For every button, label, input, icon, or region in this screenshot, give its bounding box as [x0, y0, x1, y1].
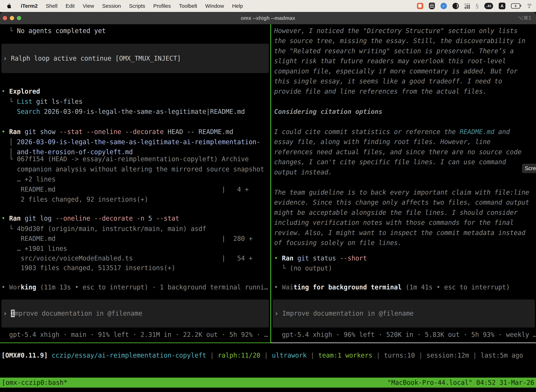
terminal-line: However, I noticed the "Directory Struct…: [274, 26, 517, 36]
ralph-loop-line: › Ralph loop active continue [OMX_TMUX_I…: [3, 54, 181, 63]
terminal-line: • Working (11m 13s • esc to interrupt) ·…: [1, 283, 268, 292]
terminal-line: output instead.: [274, 168, 332, 177]
terminal-line: of focusing solely on file lines.: [274, 238, 402, 247]
terminal-line: 2 files changed, 92 insertions(+): [1, 195, 148, 204]
tmux-host-clock: "MacBook-Pro-44.local" 04:52 31-Mar-26: [388, 379, 534, 386]
terminal-line: README.md | 4 +: [1, 185, 249, 194]
right-model-status: gpt-5.4 xhigh · 96% left · 520K in · 5.8…: [274, 330, 536, 339]
terminal-line: └ No agents completed yet: [1, 26, 106, 36]
left-model-status: gpt-5.4 xhigh · main · 91% left · 2.31M …: [1, 330, 268, 339]
terminal-line: │ 2026-03-09-is-legal-the-same-as-legiti…: [1, 138, 260, 147]
left-prompt-text: › Improve documentation in @filename: [3, 309, 142, 318]
terminal-line: … +1901 lines: [1, 244, 67, 253]
terminal-line: evidence. Since this change only affects…: [274, 198, 529, 207]
terminal-line: this single essay, it seems like a good …: [274, 77, 502, 86]
terminal-line: the "Related research writing" section i…: [274, 47, 514, 56]
ralph-loop-box: › Ralph loop active continue [OMX_TMUX_I…: [1, 44, 269, 73]
terminal-line: • Ran git log --oneline --decorate -n 5 …: [1, 214, 179, 223]
terminal-line: … +2 lines: [1, 175, 56, 184]
terminal-line: essay file, along with finding root file…: [274, 137, 491, 146]
terminal-line: companion file, especially if more comme…: [274, 67, 517, 76]
terminal-line: Considering citation options: [274, 107, 382, 116]
terminal-line: src/voice/voiceModeEnabled.ts | 54 +: [1, 254, 253, 263]
terminal-content: └ No agents completed yet• Explored └ Li…: [0, 0, 536, 392]
terminal-line: 1903 files changed, 513517 insertions(+): [1, 263, 175, 273]
right-prompt-text: › Improve documentation in @filename: [274, 309, 414, 318]
terminal-line: • Ran git show --stat --oneline --decora…: [1, 127, 233, 136]
terminal-line: The team guideline is to back every impo…: [274, 188, 529, 197]
terminal-line: changes, I can't cite specific file line…: [274, 158, 506, 167]
terminal-line: the source tree, missing the essay. Stil…: [274, 36, 525, 46]
active-pane-border: [0, 342, 271, 343]
left-prompt-input[interactable]: › Improve documentation in @filename: [1, 299, 269, 327]
terminal-line: references need actual files, and since …: [274, 148, 522, 157]
right-prompt-input[interactable]: › Improve documentation in @filename: [273, 299, 535, 327]
terminal-line: provide file and line references from th…: [274, 87, 487, 96]
screen-share-overlay[interactable]: Scre: [522, 164, 536, 173]
terminal-line: review. Also, I might want to inspect th…: [274, 228, 525, 238]
terminal-line: might be acceptable alongside the file l…: [274, 208, 517, 217]
terminal-line: README.md | 280 +: [1, 234, 253, 243]
terminal-line: └ List git ls-files: [1, 97, 83, 106]
screen: iTerm2ShellEditViewSessionScriptsProfile…: [0, 0, 536, 392]
terminal-line: companion analysis without altering the …: [1, 165, 264, 174]
terminal-line: • Ran git status --short: [274, 254, 367, 263]
terminal-line: • Waiting for background terminal (1m 41…: [274, 283, 510, 292]
tmux-status-bar: [omx-cczip0:bash* "MacBook-Pro-44.local"…: [0, 378, 536, 387]
screen-share-label: Scre: [525, 165, 536, 172]
inactive-pane-border: [271, 342, 536, 343]
omx-status-line: [OMX#0.11.9] cczip/essay/ai-reimplementa…: [1, 351, 523, 360]
pane-divider[interactable]: [270, 24, 271, 343]
terminal-line: └ (no output): [274, 264, 332, 273]
tmux-session-label: [omx-cczip0:bash*: [2, 379, 67, 386]
terminal-line: • Explored: [1, 87, 40, 96]
terminal-line: slight risk that future readers may over…: [274, 56, 506, 66]
terminal-line: └ 4b9d30f (origin/main, instructkr/main,…: [1, 224, 206, 233]
terminal-line: including verification notes with those …: [274, 218, 514, 227]
terminal-line: I could cite commit statistics or refere…: [274, 127, 510, 136]
terminal-line: Search 2026-03-09-is-legal-the-same-as-l…: [1, 107, 245, 116]
terminal-line: └ 067f154 (HEAD -> essay/ai-reimplementa…: [1, 154, 249, 164]
